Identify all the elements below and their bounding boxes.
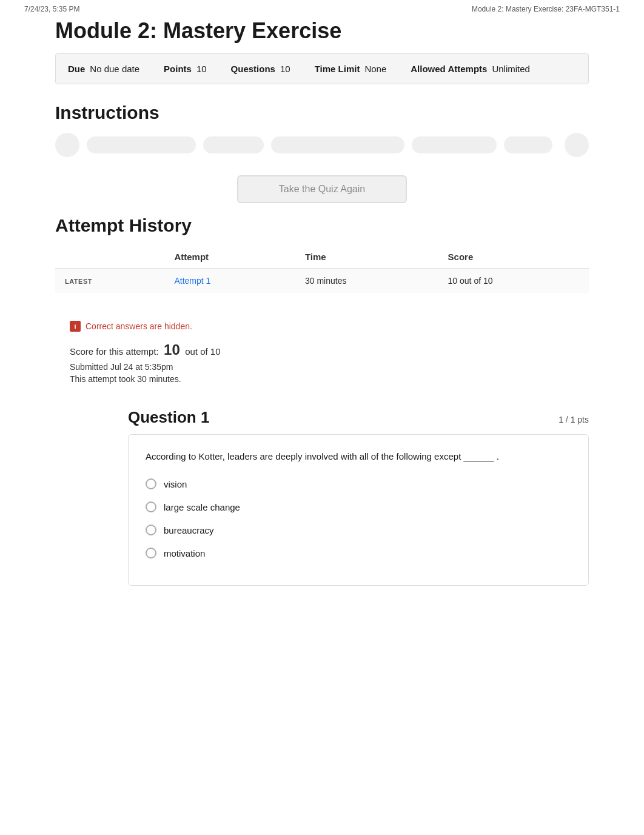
attempt-history-section: Attempt History Attempt Time Score LATES… [55, 215, 589, 293]
score-number: 10 [164, 341, 180, 358]
allowed-attempts-value: Unlimited [492, 64, 530, 74]
time-limit-label: Time Limit [315, 64, 360, 74]
answer-text-3: motivation [164, 548, 205, 558]
answer-option: bureaucracy [146, 525, 571, 535]
result-info: i Correct answers are hidden. Score for … [55, 311, 589, 396]
blurred-block-5 [504, 136, 552, 153]
blurred-instructions [55, 133, 589, 157]
col-header-empty [55, 246, 164, 269]
score-line: Score for this attempt: 10 out of 10 [70, 341, 577, 358]
questions-value: 10 [280, 64, 290, 74]
radio-button-1[interactable] [146, 501, 156, 512]
question-title: Question 1 [128, 408, 209, 427]
radio-button-3[interactable] [146, 548, 156, 558]
score-label: Score for this attempt: [70, 346, 159, 357]
attempt-table: Attempt Time Score LATEST Attempt 1 30 m… [55, 246, 589, 293]
blurred-block-2 [203, 136, 264, 153]
top-bar: 7/24/23, 5:35 PM Module 2: Mastery Exerc… [0, 0, 644, 18]
instructions-title: Instructions [55, 102, 589, 123]
due-label: Due [68, 64, 85, 74]
datetime: 7/24/23, 5:35 PM [24, 5, 79, 13]
question-block: Question 1 1 / 1 pts According to Kotter… [128, 408, 589, 586]
page-title: Module 2: Mastery Exercise [55, 18, 589, 44]
question-card: According to Kotter, leaders are deeply … [128, 434, 589, 586]
score-out-of: out of 10 [185, 346, 220, 357]
points-label: Points [164, 64, 192, 74]
instructions-section: Instructions [55, 102, 589, 157]
answer-option: motivation [146, 548, 571, 558]
attempt-score: 10 out of 10 [438, 269, 589, 293]
take-quiz-again-button[interactable]: Take the Quiz Again [237, 175, 407, 203]
correct-answers-msg: Correct answers are hidden. [86, 321, 192, 331]
time-limit-info: Time Limit None [315, 64, 387, 74]
answer-text-2: bureaucracy [164, 525, 214, 535]
duration-line: This attempt took 30 minutes. [70, 374, 577, 384]
attempt-link[interactable]: Attempt 1 [174, 276, 210, 286]
time-limit-value: None [364, 64, 386, 74]
breadcrumb: Module 2: Mastery Exercise: 23FA-MGT351-… [472, 5, 620, 13]
blurred-block-3 [271, 136, 404, 153]
points-value: 10 [196, 64, 207, 74]
answer-option: large scale change [146, 501, 571, 512]
info-bar: Due No due date Points 10 Questions 10 T… [55, 53, 589, 84]
attempt-time: 30 minutes [295, 269, 438, 293]
radio-button-0[interactable] [146, 478, 156, 489]
warning-icon: i [70, 321, 81, 332]
col-header-attempt: Attempt [164, 246, 295, 269]
question-header: Question 1 1 / 1 pts [128, 408, 589, 427]
questions-info: Questions 10 [231, 64, 290, 74]
questions-label: Questions [231, 64, 275, 74]
col-header-time: Time [295, 246, 438, 269]
question-pts: 1 / 1 pts [558, 415, 589, 424]
allowed-attempts-label: Allowed Attempts [411, 64, 487, 74]
table-row: LATEST Attempt 1 30 minutes 10 out of 10 [55, 269, 589, 293]
blurred-block-4 [412, 136, 497, 153]
main-content: Module 2: Mastery Exercise Due No due da… [31, 18, 613, 634]
latest-badge: LATEST [65, 278, 92, 285]
submitted-line: Submitted Jul 24 at 5:35pm [70, 362, 577, 372]
answer-text-1: large scale change [164, 502, 240, 512]
blurred-circle-2 [565, 133, 589, 157]
col-header-score: Score [438, 246, 589, 269]
radio-button-2[interactable] [146, 525, 156, 535]
blurred-block-1 [87, 136, 196, 153]
correct-answers-hidden: i Correct answers are hidden. [70, 321, 577, 332]
answer-option: vision [146, 478, 571, 489]
points-info: Points 10 [164, 64, 207, 74]
due-info: Due No due date [68, 64, 139, 74]
due-value: No due date [90, 64, 139, 74]
question-text: According to Kotter, leaders are deeply … [146, 449, 571, 464]
questions-container: Question 1 1 / 1 pts According to Kotter… [55, 408, 589, 586]
allowed-attempts-info: Allowed Attempts Unlimited [411, 64, 530, 74]
blurred-circle-1 [55, 133, 79, 157]
answer-text-0: vision [164, 479, 187, 489]
attempt-history-title: Attempt History [55, 215, 589, 236]
